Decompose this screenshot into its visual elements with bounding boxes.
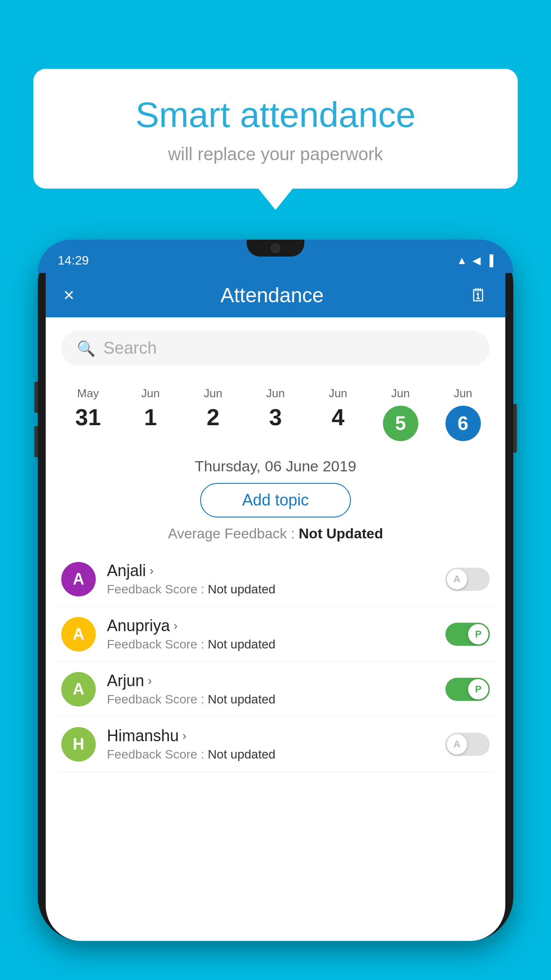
date-item[interactable]: Jun1: [119, 381, 182, 447]
date-day: 1: [144, 406, 157, 429]
date-day: 31: [75, 406, 101, 429]
date-day: 3: [269, 406, 282, 429]
toggle-container[interactable]: A: [445, 733, 490, 756]
student-feedback: Feedback Score : Not updated: [107, 582, 439, 597]
student-feedback: Feedback Score : Not updated: [107, 692, 439, 707]
date-month: Jun: [204, 387, 222, 400]
avg-feedback: Average Feedback : Not Updated: [46, 526, 505, 542]
student-item[interactable]: AAnupriya ›Feedback Score : Not updatedP: [57, 607, 494, 662]
notch: [247, 240, 304, 257]
avatar: A: [61, 672, 96, 707]
signal-icon: ◀: [472, 254, 480, 267]
date-day: 2: [207, 406, 220, 429]
camera: [271, 243, 280, 253]
avatar: A: [61, 562, 96, 597]
date-day: 4: [331, 406, 344, 429]
date-day: 6: [445, 406, 481, 441]
add-topic-button[interactable]: Add topic: [200, 483, 351, 518]
status-icons: ▲ ◀ ▐: [457, 254, 493, 267]
attendance-toggle[interactable]: P: [445, 678, 490, 701]
avg-feedback-label: Average Feedback :: [168, 526, 299, 541]
chevron-icon: ›: [150, 564, 153, 578]
student-info: Arjun ›Feedback Score : Not updated: [107, 672, 439, 707]
search-icon: 🔍: [77, 340, 95, 357]
status-time: 14:29: [58, 253, 89, 268]
student-name: Arjun ›: [107, 672, 439, 690]
chevron-icon: ›: [148, 674, 152, 688]
student-info: Anupriya ›Feedback Score : Not updated: [107, 616, 439, 652]
student-name: Anjali ›: [107, 561, 439, 580]
calendar-icon[interactable]: 🗓: [470, 285, 488, 305]
attendance-toggle[interactable]: A: [445, 568, 490, 591]
close-button[interactable]: ×: [63, 285, 75, 306]
toggle-knob: P: [468, 624, 488, 644]
student-item[interactable]: AAnjali ›Feedback Score : Not updatedA: [57, 552, 494, 607]
student-info: Anjali ›Feedback Score : Not updated: [107, 561, 439, 597]
speech-bubble-container: Smart attendance will replace your paper…: [33, 69, 518, 189]
student-item[interactable]: HHimanshu ›Feedback Score : Not updatedA: [57, 717, 494, 772]
avg-feedback-value: Not Updated: [299, 526, 383, 541]
date-month: Jun: [266, 387, 285, 400]
attendance-toggle[interactable]: A: [445, 733, 490, 756]
date-item[interactable]: Jun6: [432, 381, 494, 447]
volume-up-button: [34, 382, 38, 413]
student-feedback: Feedback Score : Not updated: [107, 747, 439, 762]
speech-bubble: Smart attendance will replace your paper…: [33, 69, 518, 189]
date-month: Jun: [454, 387, 472, 400]
chevron-icon: ›: [182, 729, 186, 743]
student-name: Anupriya ›: [107, 616, 439, 635]
phone-container: 14:29 ▲ ◀ ▐ × Attendance 🗓 🔍 Search May3…: [38, 240, 513, 980]
date-strip: May31Jun1Jun2Jun3Jun4Jun5Jun6: [46, 375, 505, 453]
date-item[interactable]: Jun5: [369, 381, 432, 447]
power-button: [513, 404, 517, 453]
date-item[interactable]: May31: [57, 381, 119, 447]
student-info: Himanshu ›Feedback Score : Not updated: [107, 727, 439, 762]
search-bar[interactable]: 🔍 Search: [61, 331, 490, 366]
date-month: May: [77, 387, 99, 400]
toggle-container[interactable]: P: [445, 678, 490, 701]
app-header: × Attendance 🗓: [46, 273, 505, 317]
student-name: Himanshu ›: [107, 727, 439, 745]
date-month: Jun: [329, 387, 347, 400]
toggle-container[interactable]: P: [445, 623, 490, 646]
student-list: AAnjali ›Feedback Score : Not updatedAAA…: [46, 552, 505, 772]
bubble-title: Smart attendance: [64, 95, 487, 134]
phone: 14:29 ▲ ◀ ▐ × Attendance 🗓 🔍 Search May3…: [38, 240, 513, 941]
date-item[interactable]: Jun4: [307, 381, 369, 447]
avatar: H: [61, 727, 96, 762]
toggle-knob: P: [468, 679, 488, 699]
toggle-container[interactable]: A: [445, 568, 490, 591]
header-title: Attendance: [220, 283, 324, 307]
date-item[interactable]: Jun2: [182, 381, 244, 447]
app-content: 🔍 Search May31Jun1Jun2Jun3Jun4Jun5Jun6 T…: [46, 317, 505, 941]
toggle-knob: A: [447, 569, 467, 589]
chevron-icon: ›: [173, 619, 177, 633]
date-month: Jun: [141, 387, 160, 400]
search-input[interactable]: Search: [103, 339, 157, 358]
date-month: Jun: [391, 387, 410, 400]
attendance-toggle[interactable]: P: [445, 623, 490, 646]
selected-date-label: Thursday, 06 June 2019: [46, 458, 505, 475]
toggle-knob: A: [447, 734, 467, 755]
date-item[interactable]: Jun3: [244, 381, 307, 447]
avatar: A: [61, 617, 96, 652]
student-feedback: Feedback Score : Not updated: [107, 637, 439, 652]
student-item[interactable]: AArjun ›Feedback Score : Not updatedP: [57, 662, 494, 717]
bubble-subtitle: will replace your paperwork: [64, 144, 487, 164]
volume-down-button: [34, 426, 38, 457]
wifi-icon: ▲: [457, 254, 467, 267]
date-day: 5: [383, 406, 418, 441]
battery-icon: ▐: [486, 254, 493, 267]
